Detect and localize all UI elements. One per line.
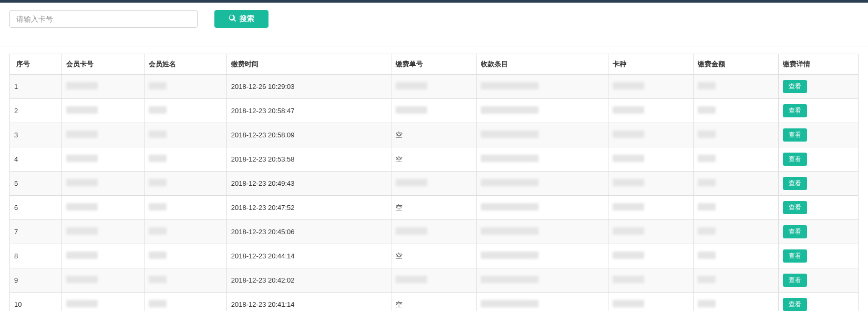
search-button[interactable]: 搜索 bbox=[214, 10, 268, 28]
view-button[interactable]: 查看 bbox=[783, 104, 807, 117]
cell-action: 查看 bbox=[779, 147, 859, 172]
redacted-value bbox=[149, 203, 167, 210]
table-row: 22018-12-23 20:58:47查看 bbox=[10, 99, 859, 123]
redacted-value bbox=[613, 300, 644, 307]
cell-text: 2018-12-23 20:49:43 bbox=[231, 179, 295, 187]
redacted-value bbox=[698, 155, 716, 162]
redacted-value bbox=[481, 82, 539, 89]
cell-amount bbox=[694, 75, 779, 99]
th-amount[interactable]: 缴费金额 bbox=[694, 54, 779, 75]
cell-order-no: 空 bbox=[391, 123, 477, 147]
cell-amount bbox=[694, 196, 779, 220]
cell-action: 查看 bbox=[779, 99, 859, 123]
cell-pay-item bbox=[477, 75, 608, 99]
cell-order-no bbox=[391, 99, 477, 123]
view-button[interactable]: 查看 bbox=[783, 274, 807, 287]
cell-action: 查看 bbox=[779, 220, 859, 244]
cell-text: 2018-12-23 20:45:06 bbox=[231, 228, 295, 236]
search-icon bbox=[229, 14, 236, 24]
redacted-value bbox=[481, 252, 539, 259]
cell-amount bbox=[694, 172, 779, 196]
redacted-value bbox=[698, 106, 716, 114]
search-bar: 搜索 bbox=[0, 3, 868, 46]
cell-amount bbox=[694, 268, 779, 293]
cell-index: 8 bbox=[10, 244, 62, 268]
th-index[interactable]: 序号 bbox=[10, 54, 62, 75]
cell-member-name bbox=[144, 293, 227, 312]
cell-card-type bbox=[608, 75, 694, 99]
redacted-value bbox=[481, 276, 539, 283]
redacted-value bbox=[149, 155, 167, 162]
view-button[interactable]: 查看 bbox=[783, 225, 807, 238]
cell-text: 2018-12-23 20:47:52 bbox=[231, 204, 295, 212]
cell-card-no bbox=[62, 123, 144, 147]
cell-text: 空 bbox=[396, 252, 402, 260]
view-button[interactable]: 查看 bbox=[783, 153, 807, 166]
redacted-value bbox=[481, 203, 539, 210]
th-order-no[interactable]: 缴费单号 bbox=[391, 54, 477, 75]
view-button[interactable]: 查看 bbox=[783, 80, 807, 93]
redacted-value bbox=[149, 131, 167, 138]
cell-amount bbox=[694, 293, 779, 312]
cell-order-no bbox=[391, 75, 477, 99]
cell-action: 查看 bbox=[779, 268, 859, 293]
view-button[interactable]: 查看 bbox=[783, 201, 807, 214]
table-row: 102018-12-23 20:41:14空查看 bbox=[10, 293, 859, 312]
cell-order-no: 空 bbox=[391, 196, 477, 220]
cell-index: 5 bbox=[10, 172, 62, 196]
redacted-value bbox=[613, 82, 644, 89]
cell-text: 空 bbox=[396, 204, 402, 212]
redacted-value bbox=[481, 155, 539, 162]
redacted-value bbox=[613, 106, 644, 114]
redacted-value bbox=[149, 300, 167, 307]
cell-pay-time: 2018-12-23 20:42:02 bbox=[226, 268, 391, 293]
redacted-value bbox=[613, 252, 644, 259]
redacted-value bbox=[613, 179, 644, 186]
redacted-value bbox=[66, 106, 98, 114]
th-pay-item[interactable]: 收款条目 bbox=[477, 54, 608, 75]
cell-action: 查看 bbox=[779, 75, 859, 99]
table-body: 12018-12-26 10:29:03查看22018-12-23 20:58:… bbox=[10, 75, 859, 312]
redacted-value bbox=[481, 179, 539, 186]
redacted-value bbox=[396, 276, 427, 283]
redacted-value bbox=[66, 227, 98, 235]
table-row: 82018-12-23 20:44:14空查看 bbox=[10, 244, 859, 268]
records-table: 序号 会员卡号 会员姓名 缴费时间 缴费单号 收款条目 卡种 缴费金额 缴费详情… bbox=[9, 54, 859, 311]
th-action[interactable]: 缴费详情 bbox=[779, 54, 859, 75]
cell-pay-time: 2018-12-23 20:58:09 bbox=[226, 123, 391, 147]
cell-action: 查看 bbox=[779, 293, 859, 312]
cell-card-type bbox=[608, 123, 694, 147]
cell-text: 2018-12-23 20:53:58 bbox=[231, 155, 295, 163]
cell-member-name bbox=[144, 196, 227, 220]
cell-text: 2018-12-23 20:41:14 bbox=[231, 300, 295, 308]
cell-pay-time: 2018-12-26 10:29:03 bbox=[226, 75, 391, 99]
table-row: 62018-12-23 20:47:52空查看 bbox=[10, 196, 859, 220]
cell-action: 查看 bbox=[779, 244, 859, 268]
view-button[interactable]: 查看 bbox=[783, 128, 807, 142]
view-button[interactable]: 查看 bbox=[783, 249, 807, 263]
redacted-value bbox=[66, 276, 98, 283]
cell-card-type bbox=[608, 220, 694, 244]
cell-pay-time: 2018-12-23 20:41:14 bbox=[226, 293, 391, 312]
redacted-value bbox=[698, 179, 716, 186]
cell-order-no bbox=[391, 172, 477, 196]
th-card-type[interactable]: 卡种 bbox=[608, 54, 694, 75]
cell-card-no bbox=[62, 75, 144, 99]
cell-pay-time: 2018-12-23 20:47:52 bbox=[226, 196, 391, 220]
card-number-input[interactable] bbox=[9, 10, 198, 28]
cell-index: 4 bbox=[10, 147, 62, 172]
th-card-no[interactable]: 会员卡号 bbox=[62, 54, 144, 75]
cell-card-no bbox=[62, 293, 144, 312]
redacted-value bbox=[149, 276, 167, 283]
view-button[interactable]: 查看 bbox=[783, 177, 807, 190]
th-pay-time[interactable]: 缴费时间 bbox=[226, 54, 391, 75]
view-button[interactable]: 查看 bbox=[783, 298, 807, 311]
cell-pay-item bbox=[477, 147, 608, 172]
th-member-name[interactable]: 会员姓名 bbox=[144, 54, 227, 75]
redacted-value bbox=[698, 227, 716, 235]
cell-pay-item bbox=[477, 268, 608, 293]
redacted-value bbox=[149, 179, 167, 186]
cell-card-no bbox=[62, 220, 144, 244]
redacted-value bbox=[66, 252, 98, 259]
cell-order-no: 空 bbox=[391, 244, 477, 268]
